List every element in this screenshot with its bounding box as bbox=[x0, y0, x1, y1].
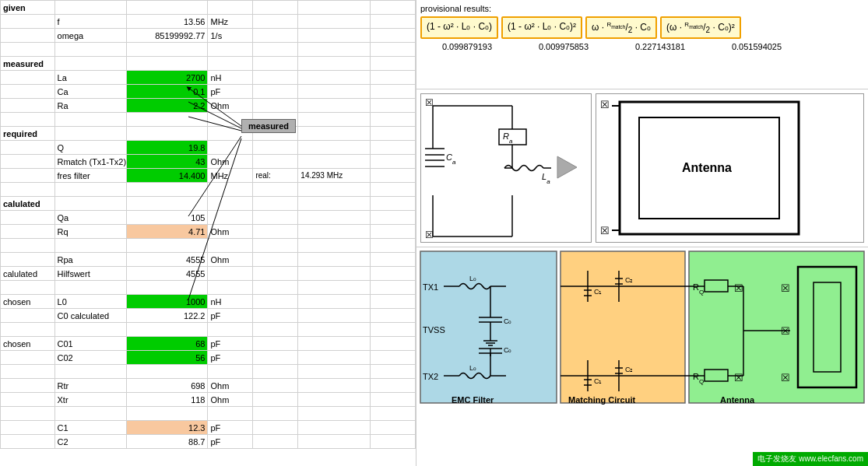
table-row: chosen C01 68 pF bbox=[1, 337, 416, 351]
table-row: Rq 4.71 Ohm bbox=[1, 225, 416, 239]
svg-text:☒: ☒ bbox=[781, 282, 790, 294]
antenna-schematic: ☒ ☒ Ca Ra bbox=[420, 93, 592, 243]
table-row: calulated bbox=[1, 197, 416, 211]
svg-text:☒: ☒ bbox=[734, 372, 743, 384]
table-row: Ca 0.1 pF bbox=[1, 85, 416, 99]
table-row: required bbox=[1, 127, 416, 141]
table-row bbox=[1, 239, 416, 253]
section-required: required bbox=[1, 127, 55, 141]
svg-text:C₂: C₂ bbox=[625, 276, 634, 284]
antenna-diagram-svg: ☒ ☒ Antenna bbox=[596, 94, 863, 240]
svg-text:Ra: Ra bbox=[503, 131, 513, 145]
table-row bbox=[1, 113, 416, 127]
table-row: Xtr 118 Ohm bbox=[1, 393, 416, 407]
data-grid: given f 13.56 MHz omega 85199992. bbox=[0, 0, 416, 449]
table-row: Qa 105 bbox=[1, 211, 416, 225]
table-row: Ra 2.2 Ohm bbox=[1, 99, 416, 113]
table-row: C1 12.3 pF bbox=[1, 421, 416, 435]
table-row bbox=[1, 407, 416, 421]
formula-box-1: (1 - ω² · L₀ · C₀) bbox=[420, 16, 498, 39]
table-row bbox=[1, 43, 416, 57]
bottom-circuit-area: EMC Filter Matching Circuit Antenna TX1 … bbox=[416, 247, 868, 466]
circuit-diagrams-row: ☒ ☒ Ca Ra bbox=[416, 89, 868, 247]
table-row: chosen L0 1000 nH bbox=[1, 295, 416, 309]
svg-text:C₂: C₂ bbox=[625, 366, 634, 373]
svg-text:TVSS: TVSS bbox=[423, 325, 445, 335]
spreadsheet-area: given f 13.56 MHz omega 85199992. bbox=[0, 0, 416, 466]
table-row: given bbox=[1, 1, 416, 15]
formula-box-4: (ω · Rmatch/2 · C₀)² bbox=[660, 16, 741, 39]
formula-box-3: ω · Rmatch/2 · C₀ bbox=[585, 16, 657, 39]
table-row bbox=[1, 281, 416, 295]
svg-rect-36 bbox=[689, 251, 864, 403]
table-row: Rtr 698 Ohm bbox=[1, 379, 416, 393]
antenna-svg: ☒ ☒ Ca Ra bbox=[421, 94, 585, 240]
table-row: C02 56 pF bbox=[1, 351, 416, 365]
formula-value-3: 0.227143181 bbox=[613, 42, 707, 51]
formulas-area: provisional results: (1 - ω² · L₀ · C₀) … bbox=[416, 0, 868, 89]
main-container: given f 13.56 MHz omega 85199992. bbox=[0, 0, 868, 466]
svg-text:C₀: C₀ bbox=[504, 346, 512, 354]
table-row: measured bbox=[1, 57, 416, 71]
formula-value-2: 0.009975853 bbox=[517, 42, 610, 51]
formula-boxes: (1 - ω² · L₀ · C₀) (1 - ω² · L₀ · C₀)² ω… bbox=[420, 16, 864, 39]
table-row bbox=[1, 183, 416, 197]
svg-marker-24 bbox=[557, 156, 577, 178]
svg-text:Ca: Ca bbox=[446, 152, 456, 166]
bottom-circuit-svg: EMC Filter Matching Circuit Antenna TX1 … bbox=[416, 247, 868, 411]
section-calulated: calulated bbox=[1, 197, 55, 211]
section-given: given bbox=[1, 1, 55, 15]
svg-text:☒: ☒ bbox=[600, 225, 610, 237]
measured-tooltip: measured bbox=[241, 119, 296, 133]
svg-rect-34 bbox=[561, 251, 685, 403]
table-row: La 2700 nH bbox=[1, 71, 416, 85]
svg-text:TX1: TX1 bbox=[423, 282, 438, 292]
table-row bbox=[1, 365, 416, 379]
watermark: 电子发烧友 www.elecfans.com bbox=[753, 452, 868, 466]
svg-text:Antenna: Antenna bbox=[682, 161, 732, 174]
table-row: C0 calculated 122.2 pF bbox=[1, 309, 416, 323]
svg-text:EMC Filter: EMC Filter bbox=[452, 395, 494, 405]
svg-text:L₀: L₀ bbox=[469, 275, 476, 282]
formula-values: 0.099879193 0.009975853 0.227143181 0.05… bbox=[420, 42, 864, 51]
svg-text:Matching Circuit: Matching Circuit bbox=[568, 395, 636, 405]
svg-text:L₀: L₀ bbox=[469, 364, 476, 372]
table-row bbox=[1, 323, 416, 337]
svg-text:La: La bbox=[542, 172, 550, 185]
table-row: Rmatch (Tx1-Tx2) 43 Ohm bbox=[1, 155, 416, 169]
formula-box-2: (1 - ω² · L₀ · C₀)² bbox=[501, 16, 582, 39]
formula-value-4: 0.051594025 bbox=[710, 42, 803, 51]
table-row: Q 19.8 bbox=[1, 141, 416, 155]
svg-text:☒: ☒ bbox=[781, 372, 790, 384]
svg-text:☒: ☒ bbox=[734, 282, 743, 294]
table-row: omega 85199992.77 1/s bbox=[1, 29, 416, 43]
table-row: C2 88.7 pF bbox=[1, 435, 416, 449]
table-row: calulated Hilfswert 4555 bbox=[1, 267, 416, 281]
svg-text:C₁: C₁ bbox=[594, 288, 603, 296]
table-row: f 13.56 MHz bbox=[1, 15, 416, 29]
section-measured: measured bbox=[1, 57, 55, 71]
table-row: fres filter 14.400 MHz real: 14.293 MHz bbox=[1, 169, 416, 183]
antenna-drawing: ☒ ☒ Antenna bbox=[596, 93, 864, 243]
provisional-label: provisional results: bbox=[420, 4, 864, 13]
formula-value-1: 0.099879193 bbox=[420, 42, 514, 51]
svg-text:☒: ☒ bbox=[600, 99, 610, 110]
svg-text:Antenna: Antenna bbox=[720, 395, 755, 405]
svg-text:TX2: TX2 bbox=[423, 372, 438, 381]
right-panel: provisional results: (1 - ω² · L₀ · C₀) … bbox=[416, 0, 868, 466]
table-row: Rpa 4555 Ohm bbox=[1, 253, 416, 267]
svg-text:C₁: C₁ bbox=[594, 377, 603, 385]
svg-text:C₀: C₀ bbox=[504, 317, 512, 325]
